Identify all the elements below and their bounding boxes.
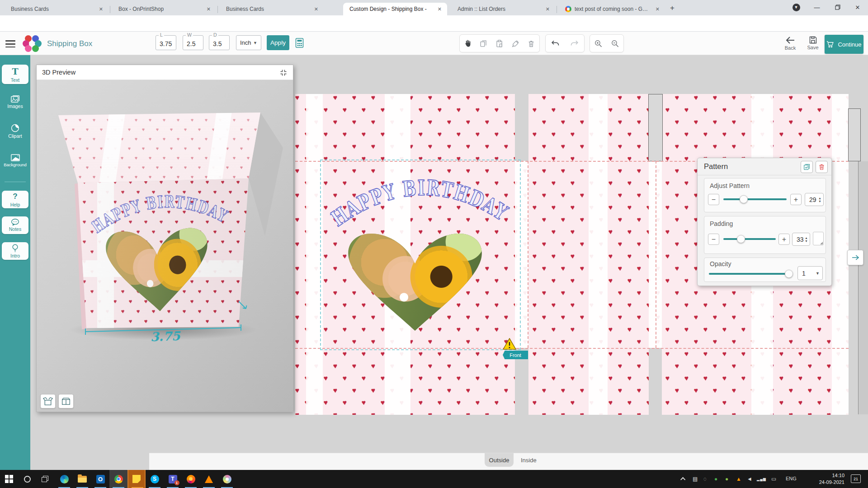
- width-input[interactable]: [183, 36, 203, 50]
- apply-button[interactable]: Apply: [267, 35, 289, 50]
- taskbar-teams[interactable]: T 1: [164, 470, 182, 488]
- taskbar-vlc[interactable]: [200, 470, 218, 488]
- taskbar-edge[interactable]: [55, 470, 73, 488]
- tab-search-icon[interactable]: ▼: [786, 0, 807, 14]
- padding-color-swatch[interactable]: [813, 232, 824, 245]
- length-input[interactable]: [156, 36, 176, 50]
- opacity-select[interactable]: ▼: [797, 266, 823, 280]
- sidebar-item-text[interactable]: T Text: [2, 65, 28, 84]
- adjust-value-field[interactable]: ▲▼: [805, 193, 824, 206]
- tab-google-search[interactable]: text post of coming soon - Goog ✕: [559, 3, 665, 15]
- window-close-button[interactable]: ✕: [847, 0, 868, 14]
- tab-box-onprintshop[interactable]: Box - OnPrintShop ✕: [112, 3, 216, 15]
- tab-inside[interactable]: Inside: [521, 453, 537, 467]
- start-button[interactable]: [0, 470, 18, 488]
- preview-header[interactable]: 3D Preview: [37, 65, 293, 80]
- sidebar-item-notes[interactable]: Notes: [2, 216, 28, 234]
- preview-3d-viewport[interactable]: ♥♥♥♥♥♥♥♥♥♥♥♥♥♥♥♥♥♥♥♥♥♥♥♥♥♥♥♥♥♥♥♥♥♥♥♥♥♥♥♥…: [37, 80, 293, 412]
- sidebar-item-images[interactable]: Images: [2, 92, 28, 112]
- window-restore-button[interactable]: [827, 0, 848, 14]
- tab-close-icon[interactable]: ✕: [97, 6, 105, 13]
- tab-close-icon[interactable]: ✕: [654, 6, 661, 13]
- back-control[interactable]: Back: [781, 35, 799, 51]
- taskbar-file-explorer[interactable]: [73, 470, 91, 488]
- tray-sync-icon[interactable]: ◌: [703, 476, 707, 482]
- spinner-arrows[interactable]: ▲▼: [805, 236, 808, 243]
- adjust-plus-button[interactable]: +: [790, 194, 802, 205]
- calculator-icon[interactable]: [295, 38, 304, 48]
- warning-icon[interactable]: [503, 338, 516, 350]
- depth-field[interactable]: D: [209, 35, 230, 50]
- tray-volume-icon[interactable]: ◄: [747, 476, 752, 482]
- padding-slider-thumb[interactable]: [737, 235, 745, 243]
- collapse-corners-icon[interactable]: [279, 69, 288, 77]
- length-label: L: [159, 33, 164, 37]
- tab-outside[interactable]: Outside: [485, 453, 514, 467]
- opacity-slider-thumb[interactable]: [785, 270, 793, 278]
- tab-close-icon[interactable]: ✕: [205, 6, 212, 13]
- tray-status-green-icon[interactable]: ●: [714, 476, 717, 482]
- closed-box-view-button[interactable]: [58, 394, 74, 408]
- undo-icon[interactable]: [550, 38, 561, 49]
- tab-admin-list-orders[interactable]: Admin :: List Orders ✕: [451, 3, 555, 15]
- tray-battery-icon[interactable]: ▭: [771, 476, 776, 482]
- format-brush-icon[interactable]: [510, 38, 521, 49]
- taskbar-chrome[interactable]: [109, 470, 127, 488]
- hamburger-menu-icon[interactable]: [5, 38, 15, 50]
- zoom-in-icon[interactable]: [593, 38, 604, 49]
- tray-network-icon[interactable]: ▂▄▆: [757, 477, 766, 481]
- tab-close-icon[interactable]: ✕: [544, 6, 552, 13]
- unit-select[interactable]: Inch▼: [236, 35, 261, 50]
- delete-pattern-button[interactable]: [816, 161, 828, 173]
- delete-icon[interactable]: [526, 38, 537, 49]
- continue-button[interactable]: Continue: [825, 35, 863, 54]
- window-minimize-button[interactable]: —: [807, 0, 827, 14]
- spinner-arrows[interactable]: ▲▼: [818, 197, 821, 203]
- new-tab-button[interactable]: +: [670, 4, 675, 13]
- tray-status-orange-icon[interactable]: ▲: [736, 476, 741, 482]
- adjust-slider-thumb[interactable]: [740, 195, 748, 203]
- width-field[interactable]: W: [183, 35, 203, 50]
- save-control[interactable]: Save: [804, 35, 822, 50]
- taskbar-sticky-notes[interactable]: [127, 470, 146, 488]
- depth-input[interactable]: [209, 36, 229, 50]
- sidebar-item-intro[interactable]: Intro: [2, 242, 28, 260]
- taskbar-paint[interactable]: [218, 470, 236, 488]
- zoom-out-icon[interactable]: [610, 38, 621, 49]
- padding-plus-button[interactable]: +: [778, 234, 790, 245]
- taskbar-firefox[interactable]: [182, 470, 200, 488]
- task-view-button[interactable]: [36, 470, 54, 488]
- padding-value-field[interactable]: ▲▼: [792, 233, 810, 246]
- opacity-slider[interactable]: [709, 273, 792, 275]
- length-field[interactable]: L: [156, 35, 176, 50]
- pan-hand-icon[interactable]: [462, 38, 473, 49]
- notifications-button[interactable]: 21: [851, 474, 861, 483]
- paste-icon[interactable]: [494, 38, 505, 49]
- panel-collapse-arrow-button[interactable]: [847, 250, 863, 265]
- tab-close-icon[interactable]: ✕: [436, 6, 443, 13]
- tab-close-icon[interactable]: ✕: [312, 6, 320, 13]
- sidebar-item-clipart[interactable]: Clipart: [2, 122, 28, 141]
- tab-business-cards-2[interactable]: Business Cards ✕: [220, 3, 324, 15]
- taskbar-skype[interactable]: S: [146, 470, 164, 488]
- adjust-slider[interactable]: [723, 198, 787, 200]
- tray-chevron-icon[interactable]: [678, 470, 689, 488]
- copy-icon[interactable]: [478, 38, 489, 49]
- clock[interactable]: 14:10 24-09-2021: [809, 472, 844, 486]
- tab-custom-design-active[interactable]: Custom Design - Shipping Box - ✕: [343, 3, 447, 15]
- search-button[interactable]: [18, 470, 36, 488]
- redo-icon[interactable]: [569, 38, 580, 49]
- padding-minus-button[interactable]: −: [708, 234, 719, 245]
- duplicate-pattern-button[interactable]: [801, 161, 813, 173]
- open-box-view-button[interactable]: [40, 394, 56, 408]
- arc-text-object[interactable]: HAPPY BIRTHDAY: [330, 165, 520, 233]
- tray-monitor-icon[interactable]: ▤: [693, 476, 698, 482]
- taskbar-outlook[interactable]: O: [91, 470, 109, 488]
- language-indicator[interactable]: ENG: [786, 476, 797, 481]
- tab-business-cards-1[interactable]: Business Cards ✕: [5, 3, 108, 15]
- tray-status-green2-icon[interactable]: ●: [725, 476, 728, 482]
- padding-slider[interactable]: [723, 238, 776, 240]
- adjust-minus-button[interactable]: −: [708, 194, 719, 205]
- sidebar-item-background[interactable]: Background: [2, 151, 28, 170]
- sidebar-item-help[interactable]: ? Help: [2, 191, 28, 208]
